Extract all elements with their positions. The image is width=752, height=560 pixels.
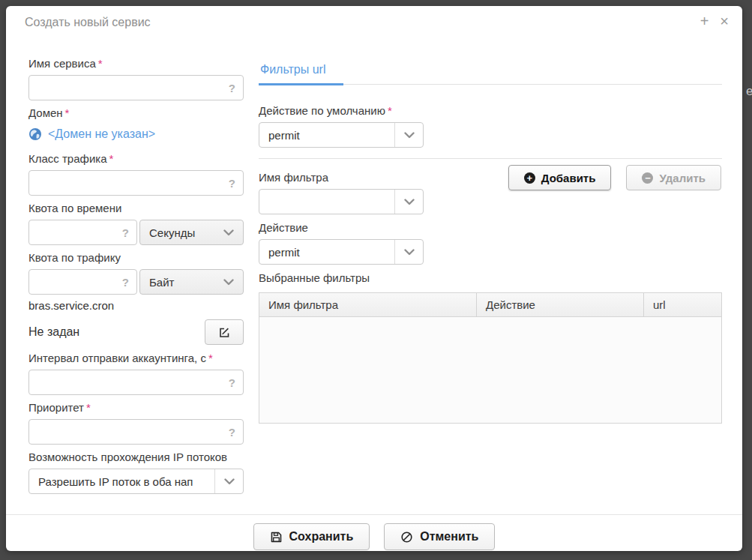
time-quota-label: Квота по времени bbox=[28, 200, 244, 216]
action-select[interactable]: permit bbox=[259, 239, 424, 265]
ip-flow-value: Разрешить IP поток в оба нап bbox=[29, 469, 214, 493]
minus-circle-icon: − bbox=[642, 172, 653, 184]
time-quota-row: ? Секунды bbox=[28, 220, 244, 245]
domain-link[interactable]: <Домен не указан> bbox=[48, 127, 155, 141]
priority-input[interactable]: ? bbox=[28, 419, 244, 445]
cancel-label: Отменить bbox=[420, 530, 478, 544]
traffic-quota-label: Квота по трафику bbox=[28, 250, 244, 265]
url-filters-panel: Фильтры url Действие по умолчанию* permi… bbox=[259, 61, 722, 424]
service-name-label: Имя сервиса* bbox=[28, 55, 244, 71]
dialog-footer: Сохранить Отменить bbox=[6, 514, 742, 550]
filter-name-value bbox=[259, 190, 394, 214]
required-mark: * bbox=[109, 152, 114, 165]
save-label: Сохранить bbox=[289, 530, 354, 544]
priority-label: Приоритет* bbox=[28, 400, 244, 415]
accounting-interval-label: Интервал отправки аккаунтинга, с* bbox=[28, 350, 244, 366]
save-button[interactable]: Сохранить bbox=[253, 523, 370, 550]
default-action-value: permit bbox=[259, 123, 394, 147]
dialog-title: Создать новый сервис bbox=[25, 16, 151, 29]
delete-filter-button[interactable]: − Удалить bbox=[626, 165, 721, 190]
table-body bbox=[259, 317, 721, 424]
help-icon: ? bbox=[122, 276, 129, 289]
cancel-icon bbox=[400, 531, 413, 544]
cron-script-name: bras.service.cron bbox=[28, 299, 244, 312]
filter-name-select[interactable] bbox=[259, 189, 424, 214]
close-icon[interactable]: × bbox=[720, 13, 729, 29]
priority-label-text: Приоритет bbox=[28, 401, 84, 414]
filter-actions: + Добавить − Удалить bbox=[508, 165, 721, 190]
default-action-select[interactable]: permit bbox=[259, 122, 424, 148]
time-quota-unit-value: Секунды bbox=[149, 226, 195, 239]
help-icon: ? bbox=[229, 376, 235, 389]
help-icon: ? bbox=[229, 177, 235, 190]
action-label: Действие bbox=[259, 220, 722, 235]
traffic-class-input[interactable]: ? bbox=[28, 170, 244, 196]
accounting-interval-label-text: Интервал отправки аккаунтинга, с bbox=[28, 352, 206, 364]
action-value: permit bbox=[259, 240, 394, 264]
globe-icon bbox=[28, 127, 42, 141]
domain-label: Домен* bbox=[28, 105, 244, 121]
help-icon: ? bbox=[229, 426, 235, 439]
required-mark: * bbox=[388, 104, 392, 117]
save-icon bbox=[270, 531, 283, 544]
selected-filters-label: Выбранные фильтры bbox=[259, 270, 722, 286]
chevron-down-icon bbox=[404, 199, 415, 205]
tab-filters-url[interactable]: Фильтры url bbox=[259, 61, 343, 85]
add-filter-button[interactable]: + Добавить bbox=[508, 165, 612, 190]
plus-circle-icon: + bbox=[524, 172, 535, 184]
traffic-quota-unit-select[interactable]: Байт bbox=[139, 269, 244, 295]
chevron-down-icon bbox=[404, 132, 415, 139]
service-name-label-text: Имя сервиса bbox=[28, 57, 96, 70]
domain-label-text: Домен bbox=[28, 106, 63, 119]
create-service-dialog: Создать новый сервис + × Имя сервиса* ? … bbox=[6, 6, 742, 551]
column-header-action[interactable]: Действие bbox=[477, 293, 644, 317]
column-header-filter-name[interactable]: Имя фильтра bbox=[259, 293, 477, 317]
add-filter-label: Добавить bbox=[541, 172, 596, 184]
time-quota-unit-select[interactable]: Секунды bbox=[139, 220, 244, 245]
cron-row: Не задан bbox=[28, 319, 244, 345]
clipped-background-text: е bbox=[746, 84, 752, 99]
service-form: Имя сервиса* ? Домен* <Домен не указан> … bbox=[28, 55, 244, 494]
edit-icon bbox=[218, 326, 231, 339]
required-mark: * bbox=[86, 401, 91, 414]
default-action-label: Действие по умолчанию* bbox=[259, 103, 722, 118]
traffic-quota-input[interactable]: ? bbox=[28, 269, 137, 295]
traffic-quota-row: ? Байт bbox=[28, 269, 244, 295]
cron-value-text: Не задан bbox=[28, 325, 79, 339]
window-tools: + × bbox=[700, 13, 729, 29]
delete-filter-label: Удалить bbox=[659, 172, 706, 184]
table-header: Имя фильтра Действие url bbox=[259, 293, 721, 317]
ip-flow-select[interactable]: Разрешить IP поток в оба нап bbox=[28, 469, 244, 494]
column-header-url[interactable]: url bbox=[644, 293, 721, 317]
select-trigger bbox=[394, 190, 423, 214]
domain-row: <Домен не указан> bbox=[28, 124, 244, 144]
chevron-down-icon bbox=[224, 478, 235, 485]
accounting-interval-input[interactable]: ? bbox=[28, 370, 244, 395]
chevron-down-icon bbox=[223, 279, 234, 286]
traffic-class-label-text: Класс трафика bbox=[28, 152, 107, 165]
required-mark: * bbox=[98, 57, 103, 70]
selected-filters-table: Имя фильтра Действие url bbox=[259, 292, 722, 424]
help-icon: ? bbox=[229, 82, 235, 94]
expand-icon[interactable]: + bbox=[700, 13, 709, 29]
service-name-input[interactable]: ? bbox=[28, 75, 244, 100]
required-mark: * bbox=[208, 352, 213, 364]
modal-backdrop: е Создать новый сервис + × Имя сервиса* … bbox=[0, 0, 752, 560]
section-divider bbox=[259, 158, 722, 159]
default-action-label-text: Действие по умолчанию bbox=[259, 104, 385, 117]
select-trigger bbox=[394, 123, 423, 147]
traffic-quota-unit-value: Байт bbox=[149, 276, 174, 289]
help-icon: ? bbox=[122, 226, 129, 239]
select-trigger bbox=[394, 240, 423, 264]
edit-cron-button[interactable] bbox=[205, 319, 244, 345]
required-mark: * bbox=[65, 106, 70, 119]
cancel-button[interactable]: Отменить bbox=[384, 523, 495, 550]
tab-bar: Фильтры url bbox=[259, 61, 722, 85]
time-quota-input[interactable]: ? bbox=[28, 220, 137, 245]
select-trigger bbox=[214, 469, 243, 493]
chevron-down-icon bbox=[223, 229, 234, 236]
traffic-class-label: Класс трафика* bbox=[28, 151, 244, 166]
chevron-down-icon bbox=[404, 249, 415, 256]
ip-flow-label: Возможность прохождения IP потоков bbox=[28, 449, 244, 465]
